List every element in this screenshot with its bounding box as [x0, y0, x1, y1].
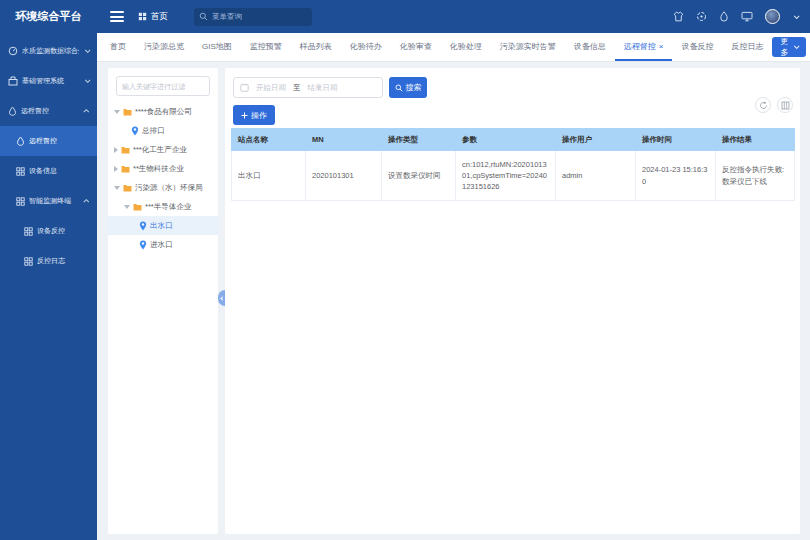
search-button[interactable]: 搜索	[389, 77, 427, 98]
avatar[interactable]	[765, 9, 780, 24]
shirt-icon[interactable]	[673, 11, 684, 22]
col-operation-time: 操作时间	[636, 129, 716, 151]
table-row[interactable]: 出水口 2020101301 设置数采仪时间 cn:1012,rtuMN:202…	[232, 151, 795, 201]
tree-node-semiconductor-company[interactable]: ***半导体企业	[108, 197, 218, 216]
sidebar-item-water-quality-analysis[interactable]: 水质监测数据综合分析	[0, 36, 97, 66]
sidebar-item-device-info[interactable]: 设备信息	[0, 156, 97, 186]
refresh-button[interactable]	[755, 97, 771, 113]
table-header-row: 站点名称 MN 操作类型 参数 操作用户 操作时间 操作结果	[232, 129, 795, 151]
menu-toggle-icon[interactable]	[110, 9, 124, 25]
tree-node-label: ****食品有限公司	[135, 107, 192, 117]
tree-node-main-outlet[interactable]: 总排口	[108, 121, 218, 140]
date-range-picker[interactable]: 开始日期 至 结束日期	[233, 77, 383, 98]
tab-monitor-alert[interactable]: 监控预警	[241, 33, 291, 61]
folder-icon	[121, 146, 130, 154]
tree-node-label: **生物科技企业	[133, 164, 184, 174]
tab-device-info[interactable]: 设备信息	[565, 33, 615, 61]
tree-node-label: 进水口	[150, 240, 173, 250]
sidebar-item-label: 基础管理系统	[22, 76, 79, 86]
tab-sample-list[interactable]: 样品列表	[291, 33, 341, 61]
operation-log-panel: 开始日期 至 结束日期 搜索 操作	[225, 68, 800, 534]
col-params: 参数	[456, 129, 556, 151]
flame-icon[interactable]	[719, 11, 729, 22]
col-operation-type: 操作类型	[382, 129, 456, 151]
cell-operation-type: 设置数采仪时间	[382, 151, 456, 201]
tab-close-icon[interactable]: ×	[659, 42, 664, 51]
chevron-down-icon	[794, 43, 800, 49]
tree-filter-input[interactable]	[116, 76, 210, 96]
site-tree-panel: ****食品有限公司 总排口 ***化工生产企业 **生物科技企业	[108, 68, 218, 534]
sidebar-item-label: 反控日志	[37, 256, 89, 266]
refresh-icon	[759, 101, 768, 110]
folder-icon	[133, 203, 142, 211]
tree-node-chemical-company[interactable]: ***化工生产企业	[108, 140, 218, 159]
tab-label: 远程督控	[624, 42, 656, 51]
gauge-icon	[8, 46, 18, 56]
cell-operation-time: 2024-01-23 15:16:30	[636, 151, 716, 201]
chevron-up-icon	[83, 109, 89, 115]
expand-arrow-icon[interactable]	[124, 205, 130, 209]
cell-operation-result: 反控指令执行失败:数采仪已下线	[716, 151, 795, 201]
end-date-placeholder: 结束日期	[308, 83, 338, 93]
breadcrumb[interactable]: 首页	[138, 11, 168, 23]
sidebar-item-base-management[interactable]: 基础管理系统	[0, 66, 97, 96]
tree-node-biotech-company[interactable]: **生物科技企业	[108, 159, 218, 178]
search-icon	[395, 84, 403, 92]
tab-lab-todo[interactable]: 化验待办	[341, 33, 391, 61]
tree-node-outlet[interactable]: 出水口	[108, 216, 218, 235]
tab-lab-review[interactable]: 化验审查	[391, 33, 441, 61]
col-mn: MN	[306, 129, 382, 151]
sidebar-item-remote-control[interactable]: 远程督控	[0, 126, 97, 156]
tab-lab-process[interactable]: 化验处理	[441, 33, 491, 61]
expand-arrow-icon[interactable]	[114, 147, 118, 153]
tabbar: 首页 污染源总览 GIS地图 监控预警 样品列表 化验待办 化验审查 化验处理 …	[97, 33, 810, 62]
map-pin-icon	[131, 126, 139, 136]
tab-pollution-overview[interactable]: 污染源总览	[135, 33, 193, 61]
grid-icon	[16, 197, 25, 206]
expand-arrow-icon[interactable]	[114, 110, 120, 114]
expand-arrow-icon[interactable]	[114, 166, 118, 172]
chevron-up-icon	[83, 199, 89, 205]
tree-node-label: ***化工生产企业	[133, 145, 187, 155]
map-pin-icon	[139, 240, 147, 250]
tree-node-epa-bureau[interactable]: 污染源（水）环保局	[108, 178, 218, 197]
sidebar-item-reverse-control-log[interactable]: 反控日志	[0, 246, 97, 276]
plus-icon	[241, 112, 248, 119]
map-pin-icon	[139, 221, 147, 231]
calendar-icon	[240, 83, 249, 92]
cell-site-name: 出水口	[232, 151, 306, 201]
chevron-left-icon	[220, 296, 224, 300]
operation-log-table: 站点名称 MN 操作类型 参数 操作用户 操作时间 操作结果 出水口 20201…	[231, 128, 795, 201]
tab-remote-control[interactable]: 远程督控×	[615, 33, 673, 61]
sidebar-group-smart-terminal[interactable]: 智能监测终端	[0, 186, 97, 216]
more-tabs-button[interactable]: 更多	[772, 37, 806, 57]
folder-icon	[123, 184, 132, 192]
sidebar-item-device-reverse-control[interactable]: 设备反控	[0, 216, 97, 246]
tab-home[interactable]: 首页	[101, 33, 135, 61]
menu-search-box	[194, 8, 312, 26]
column-settings-button[interactable]	[777, 97, 793, 113]
topbar-icons	[673, 9, 810, 24]
tab-reverse-control-log[interactable]: 反控日志	[722, 33, 772, 61]
start-date-placeholder: 开始日期	[256, 83, 286, 93]
grid-icon	[16, 167, 25, 176]
tree-node-food-company[interactable]: ****食品有限公司	[108, 102, 218, 121]
tree-node-inlet[interactable]: 进水口	[108, 235, 218, 254]
chevron-down-icon[interactable]	[794, 13, 800, 19]
expand-arrow-icon[interactable]	[114, 186, 120, 190]
menu-search-input[interactable]	[212, 12, 307, 21]
pie-icon[interactable]	[696, 11, 707, 22]
system-icon	[8, 76, 18, 86]
monitor-icon[interactable]	[741, 11, 753, 22]
home-grid-icon	[138, 12, 147, 21]
tree-collapse-handle[interactable]	[218, 290, 225, 306]
tab-realtime-alarm[interactable]: 污染源实时告警	[491, 33, 565, 61]
more-label: 更多	[780, 36, 788, 58]
action-button[interactable]: 操作	[233, 105, 275, 125]
tab-device-reverse-control[interactable]: 设备反控	[672, 33, 722, 61]
sidebar-group-remote-control[interactable]: 远程督控	[0, 96, 97, 126]
search-label: 搜索	[406, 82, 422, 93]
col-operator: 操作用户	[556, 129, 636, 151]
tab-gis-map[interactable]: GIS地图	[193, 33, 241, 61]
sidebar-item-label: 水质监测数据综合分析	[22, 46, 79, 56]
